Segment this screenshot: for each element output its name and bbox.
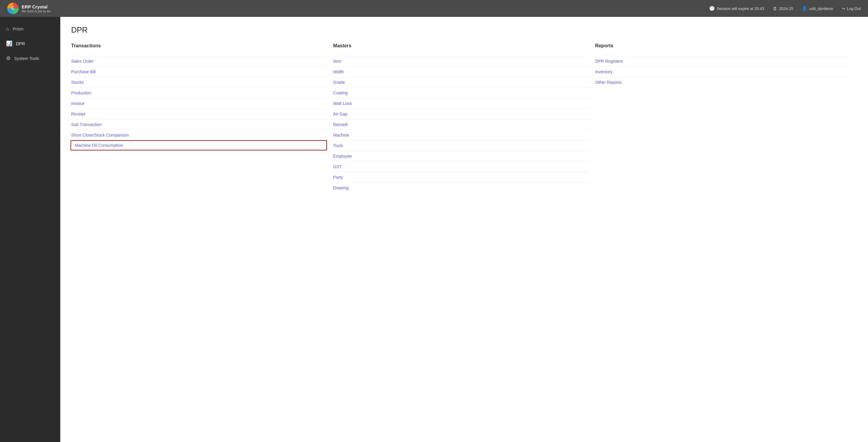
link-machine-oil-consumption[interactable]: Machine Oil Consumption: [70, 140, 327, 150]
link-receipt[interactable]: Receipt: [71, 109, 327, 119]
logo-text-block: ERP Crystal the best is yet to be..: [22, 4, 53, 13]
link-tools[interactable]: Tools: [333, 140, 589, 151]
app-header: E ERP Crystal the best is yet to be.. 🕐 …: [0, 0, 868, 17]
link-item[interactable]: Item: [333, 56, 589, 66]
logout-button[interactable]: ↪ Log Out: [842, 6, 861, 11]
transactions-section: Transactions Sales Order Purchase Bill S…: [71, 43, 333, 150]
link-machine[interactable]: Machine: [333, 130, 589, 140]
link-coating[interactable]: Coating: [333, 87, 589, 98]
link-width[interactable]: Width: [333, 66, 589, 77]
year-info: 🗓 2024-25: [773, 6, 794, 11]
link-dpr-registers[interactable]: DPR Registers: [595, 56, 851, 66]
logo-icon: E: [7, 3, 19, 14]
user-icon: 👤: [802, 6, 807, 11]
sidebar-item-system-tools[interactable]: ⚙ System Tools: [0, 51, 60, 66]
logout-icon: ↪: [842, 6, 845, 11]
link-invoice[interactable]: Invoice: [71, 98, 327, 109]
link-watt-loss[interactable]: Watt Loss: [333, 98, 589, 109]
link-purchase-bill[interactable]: Purchase Bill: [71, 66, 327, 77]
masters-section: Masters Item Width Grade Coating Watt Lo…: [333, 43, 595, 193]
app-tagline: the best is yet to be..: [22, 9, 53, 13]
calendar-icon: 🗓: [773, 6, 777, 11]
link-sales-order[interactable]: Sales Order: [71, 56, 327, 66]
page-title: DPR: [71, 25, 857, 35]
link-gst[interactable]: GST: [333, 161, 589, 172]
reports-title: Reports: [595, 43, 851, 50]
link-party[interactable]: Party: [333, 172, 589, 182]
year-text: 2024-25: [779, 6, 794, 11]
reports-section: Reports DPR Registers Inventory Other Re…: [595, 43, 857, 87]
menu-grid: Transactions Sales Order Purchase Bill S…: [71, 43, 857, 193]
main-layout: ⌂ Prism 📊 DPR ⚙ System Tools DPR Transac…: [0, 17, 868, 442]
link-air-gap[interactable]: Air Gap: [333, 109, 589, 119]
clock-icon: 🕐: [709, 6, 715, 11]
logout-label: Log Out: [847, 6, 861, 11]
link-other-reports[interactable]: Other Reports: [595, 77, 851, 87]
link-drawing[interactable]: Drawing: [333, 182, 589, 193]
link-grade[interactable]: Grade: [333, 77, 589, 87]
home-icon: ⌂: [6, 26, 9, 32]
session-text: Session will expire at 20:43: [717, 6, 764, 11]
link-remark[interactable]: Remark: [333, 119, 589, 130]
sidebar: ⌂ Prism 📊 DPR ⚙ System Tools: [0, 17, 60, 442]
masters-title: Masters: [333, 43, 589, 50]
transactions-title: Transactions: [71, 43, 327, 50]
sidebar-item-dpr[interactable]: 📊 DPR: [0, 36, 60, 51]
link-production[interactable]: Production: [71, 87, 327, 98]
link-short-close[interactable]: Short Close/Stock Comparison: [71, 130, 327, 140]
sidebar-label-prism: Prism: [13, 27, 24, 31]
link-employee[interactable]: Employee: [333, 151, 589, 161]
sidebar-label-dpr: DPR: [16, 41, 25, 46]
link-stocks[interactable]: Stocks: [71, 77, 327, 87]
content-area: DPR Transactions Sales Order Purchase Bi…: [60, 17, 868, 442]
session-info: 🕐 Session will expire at 20:43: [709, 6, 764, 11]
username-text: udit_dprdemo: [809, 6, 833, 11]
link-sub-transaction[interactable]: Sub Transaction: [71, 119, 327, 130]
link-inventory[interactable]: Inventory: [595, 66, 851, 77]
logo-area: E ERP Crystal the best is yet to be..: [7, 3, 53, 14]
gear-icon: ⚙: [6, 55, 10, 61]
chart-icon: 📊: [6, 40, 12, 47]
header-right: 🕐 Session will expire at 20:43 🗓 2024-25…: [709, 6, 861, 11]
sidebar-label-system-tools: System Tools: [14, 56, 39, 61]
sidebar-item-prism[interactable]: ⌂ Prism: [0, 22, 60, 36]
app-name: ERP Crystal: [22, 4, 53, 9]
user-info: 👤 udit_dprdemo: [802, 6, 833, 11]
